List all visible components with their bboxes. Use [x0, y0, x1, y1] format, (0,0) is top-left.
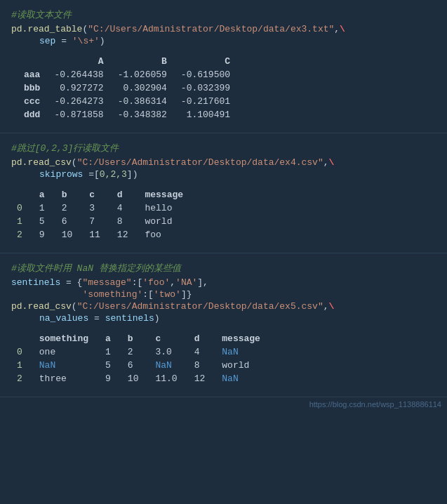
cell: 0.302904 — [111, 81, 174, 95]
cell: 4 — [109, 201, 137, 215]
cell: 9 — [31, 228, 53, 241]
code-line-2-1: pd.read_csv("C:/Users/Administrator/Desk… — [11, 157, 436, 168]
cell: 11 — [81, 228, 109, 241]
cell: -0.264438 — [47, 68, 110, 81]
cell: 3 — [81, 201, 109, 215]
cell: world — [213, 359, 269, 372]
table3: something a b c d message 0one123.04NaN1… — [17, 332, 269, 385]
comment-2: #跳过[0,2,3]行读取文件 — [11, 142, 436, 154]
table-row: 0one123.04NaN — [17, 345, 269, 359]
skiprows-val: 0,2,3 — [100, 169, 127, 180]
backslash-1: \ — [340, 24, 345, 34]
cell: 9 — [97, 372, 119, 385]
row-index: ccc — [17, 95, 47, 108]
param-sentinels-ref: sentinels — [105, 313, 154, 324]
cell: -0.264273 — [47, 95, 110, 108]
param-skiprows: skiprows — [39, 169, 83, 180]
th2-d: d — [109, 188, 137, 201]
section-read-csv-nan: #读取文件时用 NaN 替换指定列的某些值 sentinels = {"mess… — [0, 253, 447, 397]
code-line-3-1: sentinels = {"message":['foo','NA'], — [11, 277, 436, 288]
row-index: 1 — [17, 359, 31, 372]
cell: NaN — [213, 372, 269, 385]
cell: NaN — [147, 359, 185, 372]
path-string-3: "C:/Users/Administrator/Desktop/data/ex5… — [77, 301, 323, 312]
cell: foo — [136, 228, 192, 241]
cell: world — [136, 215, 192, 228]
table-row: 29101112foo — [17, 228, 192, 241]
code-line-1-2: sep = '\s+') — [11, 36, 436, 46]
cell: NaN — [213, 345, 269, 359]
table-row: 15678world — [17, 215, 192, 228]
cell: 7 — [81, 215, 109, 228]
th2-a: a — [31, 188, 53, 201]
table1-wrapper: A B C aaa-0.264438-1.026059-0.619500bbb0… — [11, 52, 436, 124]
cell: 4 — [186, 345, 214, 359]
cell: 2 — [119, 345, 147, 359]
backslash-2: \ — [329, 157, 335, 168]
cell: 1 — [31, 201, 53, 215]
th2-b: b — [53, 188, 81, 201]
cell: 1.100491 — [174, 108, 237, 121]
sentinel-val2: 'NA' — [175, 277, 197, 288]
path-string-2: "C:/Users/Administrator/Desktop/data/ex4… — [77, 157, 323, 168]
th2-message: message — [136, 188, 192, 201]
fn-pd-read-csv-3: pd.read_csv — [11, 301, 72, 312]
row-index: 0 — [17, 201, 31, 215]
param-sep: sep — [39, 36, 55, 46]
th3-c: c — [147, 332, 185, 345]
th3-d: d — [186, 332, 214, 345]
cell: -0.386314 — [111, 95, 174, 108]
sentinel-val1: 'foo' — [142, 277, 170, 288]
th3-message: message — [213, 332, 269, 345]
table-row: bbb0.9272720.302904-0.032399 — [17, 81, 237, 95]
row-index: aaa — [17, 68, 47, 81]
cell: one — [31, 345, 97, 359]
code-line-3-4: na_values = sentinels) — [11, 313, 436, 324]
cell: 5 — [97, 359, 119, 372]
row-index: ddd — [17, 108, 47, 121]
var-sentinels: sentinels — [11, 277, 60, 288]
cell: -1.026059 — [111, 68, 174, 81]
cell: 12 — [109, 228, 137, 241]
path-string-1: "C:/Users/Administrator/Desktop/data/ex3… — [88, 24, 334, 34]
th-A: A — [47, 55, 110, 68]
table-row: ccc-0.264273-0.386314-0.217601 — [17, 95, 237, 108]
code-line-1-1: pd.read_table("C:/Users/Administrator/De… — [11, 24, 436, 34]
main-container: #读取文本文件 pd.read_table("C:/Users/Administ… — [0, 0, 447, 411]
table-row: aaa-0.264438-1.026059-0.619500 — [17, 68, 237, 81]
th-empty-1 — [17, 55, 47, 68]
cell: NaN — [31, 359, 97, 372]
fn-pd-read-csv-2: pd.read_csv — [11, 157, 72, 168]
code-line-2-2: skiprows =[0,2,3]) — [11, 169, 436, 180]
th-C: C — [174, 55, 237, 68]
th-B: B — [111, 55, 174, 68]
cell: hello — [136, 201, 192, 215]
code-line-3-2: 'something':['two']} — [11, 289, 436, 300]
cell: -0.032399 — [174, 81, 237, 95]
param-na-values: na_values — [39, 313, 88, 324]
sentinel-val3: 'two' — [154, 289, 181, 300]
row-index: bbb — [17, 81, 47, 95]
row-index: 1 — [17, 215, 31, 228]
cell: 2 — [53, 201, 81, 215]
cell: -0.217601 — [174, 95, 237, 108]
table-row: 2three91011.012NaN — [17, 372, 269, 385]
table2-wrapper: a b c d message 01234hello15678world2910… — [11, 185, 436, 244]
th2-c: c — [81, 188, 109, 201]
row-index: 2 — [17, 372, 31, 385]
cell: three — [31, 372, 97, 385]
cell: 12 — [186, 372, 214, 385]
cell: 10 — [119, 372, 147, 385]
comment-3: #读取文件时用 NaN 替换指定列的某些值 — [11, 262, 436, 274]
table-row: ddd-0.871858-0.3483821.100491 — [17, 108, 237, 121]
cell: 10 — [53, 228, 81, 241]
sentinel-key1: "message" — [82, 277, 131, 288]
th3-b: b — [119, 332, 147, 345]
cell: -0.619500 — [174, 68, 237, 81]
table1: A B C aaa-0.264438-1.026059-0.619500bbb0… — [17, 55, 237, 121]
section-read-table: #读取文本文件 pd.read_table("C:/Users/Administ… — [0, 0, 447, 133]
table-row: 01234hello — [17, 201, 192, 215]
cell: 3.0 — [147, 345, 185, 359]
cell: 6 — [53, 215, 81, 228]
comment-1: #读取文本文件 — [11, 8, 436, 21]
